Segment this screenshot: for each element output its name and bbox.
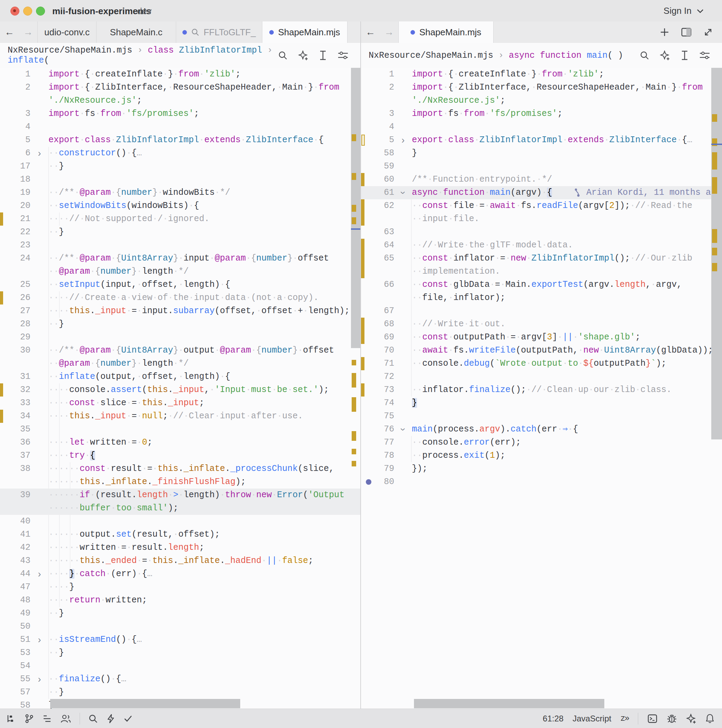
line-number[interactable]: 41 (0, 528, 31, 541)
line-number[interactable]: 66 (361, 278, 394, 291)
code-line-43[interactable]: 43······this._ended·=·this._inflate._had… (0, 554, 360, 567)
line-number[interactable]: 60 (361, 173, 394, 186)
line-number[interactable]: 55 (0, 673, 31, 686)
line-number[interactable]: 62 (361, 199, 394, 213)
code-line-38[interactable]: 38······const·result·=·this._inflate._pr… (0, 462, 360, 476)
line-number[interactable]: 48 (0, 594, 31, 607)
line-number[interactable]: 67 (361, 304, 394, 318)
line-number[interactable]: 28 (0, 318, 31, 331)
line-number[interactable]: 75 (361, 410, 394, 423)
tab-shapemain-mjs[interactable]: ShapeMain.mjs (399, 21, 494, 43)
line-number[interactable]: 42 (0, 541, 31, 554)
line-number[interactable]: 68 (361, 318, 394, 331)
code-line-wrap[interactable]: ··@param·{number}·length·*/ (0, 265, 360, 278)
git-branch-icon[interactable] (24, 714, 34, 723)
code-line-76[interactable]: 76›main(process.argv).catch(err·⇒·{ (361, 423, 722, 436)
code-line-19[interactable]: 19··/**·@param·{number}·windowBits·*/ (0, 186, 360, 199)
search-icon[interactable] (88, 714, 98, 723)
line-number[interactable]: 53 (0, 646, 31, 659)
diagnostics-check-icon[interactable] (124, 714, 133, 723)
line-number[interactable] (0, 265, 31, 278)
left-breadcrumb[interactable]: NxResource/ShapeMain.mjs › class ZlibInf… (0, 43, 360, 68)
line-number[interactable]: 19 (0, 186, 31, 199)
code-line-wrap[interactable]: './NxResource.js'; (361, 94, 722, 107)
code-line-1[interactable]: 1import·{·createInflate·}·from·'zlib'; (361, 68, 722, 81)
horizontal-scrollbar[interactable] (50, 699, 240, 708)
code-line-29[interactable]: 29 (0, 331, 360, 344)
code-line-77[interactable]: 77··console.error(err); (361, 436, 722, 449)
code-line-69[interactable]: 69··const·outputPath·=·argv[3]·||·'shape… (361, 331, 722, 344)
line-number[interactable] (0, 502, 31, 515)
fold-collapsed-icon[interactable]: › (31, 633, 49, 646)
code-line-67[interactable]: 67 (361, 304, 722, 318)
code-line-28[interactable]: 28··} (0, 318, 360, 331)
line-number[interactable]: 69 (361, 331, 394, 344)
line-number[interactable] (361, 291, 394, 304)
code-line-59[interactable]: 59 (361, 160, 722, 173)
code-line-22[interactable]: 22··} (0, 226, 360, 239)
code-line-58[interactable]: 58} (361, 147, 722, 160)
code-line-5[interactable]: 5›export·class·ZlibInflatorImpl·extends·… (361, 133, 722, 147)
code-line-34[interactable]: 34····this._input·=·null;·//·Clear·input… (0, 410, 360, 423)
code-line-53[interactable]: 53··} (0, 646, 360, 659)
line-number[interactable]: 51 (0, 633, 31, 646)
line-number[interactable]: 1 (361, 68, 394, 81)
notification-bell-icon[interactable] (705, 713, 714, 724)
cursor-position[interactable]: 61:28 (543, 714, 564, 723)
line-number[interactable]: 4 (0, 121, 31, 133)
tab-udio-conv-c[interactable]: udio-conv.c (38, 21, 97, 43)
line-number[interactable]: 2 (0, 81, 31, 94)
line-number[interactable] (0, 476, 31, 489)
code-line-57[interactable]: 57··} (0, 686, 360, 699)
code-line-3[interactable]: 3import·fs·from·'fs/promises'; (361, 107, 722, 121)
code-line-74[interactable]: 74} (361, 396, 722, 410)
git-blame[interactable]: Arian Kordi, 11 months ago (575, 186, 721, 199)
collaboration-icon[interactable] (60, 714, 71, 723)
code-line-63[interactable]: 63 (361, 226, 722, 239)
line-number[interactable]: 26 (0, 291, 31, 304)
code-line-78[interactable]: 78··process.exit(1); (361, 449, 722, 462)
code-line-17[interactable]: 17··} (0, 160, 360, 173)
code-line-48[interactable]: 48····return·written; (0, 594, 360, 607)
code-line-62[interactable]: 62··const·file·=·await·fs.readFile(argv[… (361, 199, 722, 213)
code-line-2[interactable]: 2import·{·ZlibInterface,·ResourceShapeHe… (361, 81, 722, 94)
split-pane-icon[interactable] (681, 28, 691, 37)
code-line-wrap[interactable]: ······buffer·too·small'); (0, 502, 360, 515)
line-number[interactable]: 4 (361, 121, 394, 133)
line-number[interactable]: 43 (0, 554, 31, 567)
line-number[interactable]: 59 (361, 160, 394, 173)
code-line-21[interactable]: 21····//·Not·supported·/·ignored. (0, 213, 360, 226)
code-line-60[interactable]: 60/**·Function·entrypoint.·*/ (361, 173, 722, 186)
line-number[interactable]: 29 (0, 331, 31, 344)
code-line-5[interactable]: 5export·class·ZlibInflatorImpl·extends·Z… (0, 133, 360, 147)
code-line-54[interactable]: 54 (0, 659, 360, 673)
code-line-42[interactable]: 42······written·=·result.length; (0, 541, 360, 554)
code-line-66[interactable]: 66··const·glbData·=·Main.exportTest(argv… (361, 278, 722, 291)
code-line-25[interactable]: 25··setInput(input,·offset,·length)·{ (0, 278, 360, 291)
code-line-3[interactable]: 3import·fs·from·'fs/promises'; (0, 107, 360, 121)
line-number[interactable]: 79 (361, 462, 394, 476)
code-line-61[interactable]: 61›async·function·main(argv)·{Arian Kord… (361, 186, 722, 199)
code-line-75[interactable]: 75 (361, 410, 722, 423)
line-number[interactable]: 44 (0, 567, 31, 581)
horizontal-scrollbar[interactable] (414, 699, 604, 708)
left-editor[interactable]: 1import·{·createInflate·}·from·'zlib';2i… (0, 68, 360, 709)
debug-bug-icon[interactable] (667, 713, 677, 724)
code-line-79[interactable]: 79}); (361, 462, 722, 476)
code-line-47[interactable]: 47····} (0, 581, 360, 594)
tab-ffltogltf-[interactable]: FFLToGLTF_ (176, 21, 262, 43)
code-line-31[interactable]: 31··inflate(output,·offset,·length)·{ (0, 370, 360, 383)
search-icon[interactable] (640, 50, 649, 60)
fold-expanded-icon[interactable]: › (397, 421, 410, 438)
code-line-24[interactable]: 24··/**·@param·{Uint8Array}·input·@param… (0, 252, 360, 265)
line-number[interactable]: 38 (0, 462, 31, 476)
line-number[interactable]: 35 (0, 423, 31, 436)
code-line-70[interactable]: 70··await·fs.writeFile(outputPath,·new·U… (361, 344, 722, 357)
line-number[interactable]: 50 (0, 620, 31, 633)
line-number[interactable]: 74 (361, 396, 394, 410)
close-window-button[interactable] (11, 6, 19, 15)
line-number[interactable] (0, 94, 31, 107)
line-number[interactable]: 5 (0, 133, 31, 147)
new-tab-icon[interactable] (660, 28, 669, 37)
line-number[interactable]: 49 (0, 607, 31, 620)
